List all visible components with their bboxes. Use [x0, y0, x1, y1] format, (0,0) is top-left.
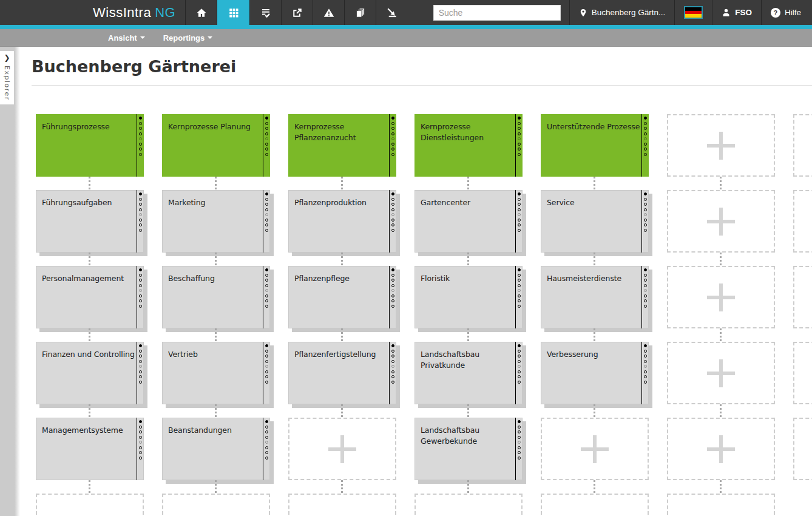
process-box[interactable]: Landschaftsbau Gewerbekunde	[414, 418, 523, 480]
process-group-box[interactable]: Unterstützende Prozesse	[541, 114, 649, 177]
status-dot-icon	[644, 219, 647, 222]
process-box[interactable]: Führungsaufgaben	[36, 190, 144, 253]
status-dot-icon	[644, 350, 647, 353]
help-menu[interactable]: ? Hilfe	[761, 0, 812, 25]
status-dot-icon	[518, 203, 521, 206]
status-dot-icon	[518, 350, 521, 353]
user-menu[interactable]: FSO	[712, 0, 761, 25]
menu-ansicht[interactable]: Ansicht	[108, 33, 145, 42]
status-dot-icon	[518, 122, 521, 125]
process-label: Führungsaufgaben	[42, 197, 135, 208]
process-label: Landschaftsbau Privatkunde	[421, 349, 514, 370]
add-process-placeholder[interactable]	[667, 266, 775, 328]
process-label: Floristik	[421, 273, 514, 284]
process-group-box[interactable]: Führungsprozesse	[36, 114, 144, 177]
nav-documents-button[interactable]	[344, 0, 376, 25]
status-dots-column	[263, 114, 270, 177]
location-selector[interactable]: Buchenberg Gärtn...	[569, 0, 675, 25]
add-process-placeholder[interactable]	[667, 418, 775, 480]
help-label: Hilfe	[785, 8, 801, 17]
process-group-box[interactable]: Kernprozesse Planung	[162, 114, 270, 177]
process-box[interactable]: Beschaffung	[162, 266, 270, 328]
status-dot-icon	[518, 381, 521, 384]
plus-icon	[707, 435, 735, 463]
process-box[interactable]: Marketing	[162, 190, 270, 253]
status-dot-icon	[139, 457, 142, 460]
add-process-placeholder[interactable]	[667, 342, 775, 404]
nav-home-button[interactable]	[185, 0, 217, 25]
process-group-box[interactable]: Kernprozesse Dienstleistungen	[414, 114, 523, 177]
status-dot-icon	[391, 350, 394, 353]
status-dots-column	[137, 418, 144, 480]
add-process-placeholder[interactable]	[667, 190, 775, 253]
process-box[interactable]: Vertrieb	[162, 342, 270, 404]
connector-dotted-line	[89, 328, 90, 342]
status-dot-icon	[644, 117, 647, 120]
connector-dotted-line	[594, 177, 595, 190]
status-dot-icon	[391, 299, 394, 302]
process-box[interactable]: Service	[541, 190, 649, 253]
status-dot-icon	[644, 208, 647, 211]
status-dot-icon	[644, 305, 647, 308]
language-selector[interactable]	[674, 0, 712, 25]
connector-dotted-line	[215, 328, 217, 342]
status-dot-icon	[644, 198, 647, 201]
process-box[interactable]: Landschaftsbau Privatkunde	[414, 342, 523, 404]
status-dot-icon	[265, 219, 268, 222]
process-box[interactable]: Floristik	[414, 266, 523, 328]
status-dot-icon	[644, 289, 647, 292]
status-dot-icon	[139, 229, 142, 232]
status-dot-icon	[265, 299, 268, 302]
status-dot-icon	[518, 289, 521, 292]
chevron-right-icon: ❯	[4, 54, 10, 61]
location-label: Buchenberg Gärtn...	[592, 8, 666, 17]
process-box[interactable]: Hausmeisterdienste	[541, 266, 649, 328]
nav-process-map-button[interactable]	[217, 0, 249, 25]
status-dot-icon	[518, 294, 521, 297]
process-box[interactable]: Verbesserung	[541, 342, 649, 404]
process-group-box[interactable]: Kernprozesse Pflanzenanzucht	[288, 114, 396, 177]
status-dot-icon	[265, 274, 268, 277]
empty-slot-placeholder	[793, 342, 812, 404]
process-box[interactable]: Pflanzenpflege	[288, 266, 396, 328]
status-dot-icon	[265, 375, 268, 378]
status-dot-icon	[265, 381, 268, 384]
process-box[interactable]: Pflanzenproduktion	[288, 190, 396, 253]
connector-dotted-line	[720, 404, 722, 418]
status-dot-icon	[391, 344, 394, 347]
status-dot-icon	[518, 143, 521, 146]
process-box[interactable]: Finanzen und Controlling	[36, 342, 144, 404]
nav-warnings-button[interactable]	[313, 0, 344, 25]
empty-slot-placeholder	[667, 494, 775, 516]
menu-reportings[interactable]: Reportings	[163, 33, 213, 42]
explorer-toggle[interactable]: ❯ Explorer	[0, 51, 14, 104]
status-dot-icon	[391, 274, 394, 277]
title-divider	[32, 85, 812, 86]
process-box[interactable]: Gartencenter	[414, 190, 523, 253]
status-dot-icon	[644, 279, 647, 282]
process-box[interactable]: Personalmanagement	[36, 266, 144, 328]
add-process-placeholder[interactable]	[541, 418, 649, 480]
status-dot-icon	[139, 436, 142, 439]
nav-tasks-button[interactable]	[249, 0, 281, 25]
status-dot-icon	[139, 381, 142, 384]
add-process-placeholder[interactable]	[288, 418, 396, 480]
status-dot-icon	[265, 294, 268, 297]
process-label: Finanzen und Controlling	[42, 349, 135, 360]
import-icon	[387, 7, 398, 18]
process-box[interactable]: Beanstandungen	[162, 418, 270, 480]
plus-icon	[328, 435, 356, 463]
status-dot-icon	[391, 137, 394, 140]
status-dot-icon	[265, 360, 268, 363]
add-process-placeholder[interactable]	[667, 114, 775, 177]
status-dot-icon	[644, 365, 647, 368]
process-box[interactable]: Pflanzenfertigstellung	[288, 342, 396, 404]
status-dots-column	[515, 342, 523, 404]
nav-import-button[interactable]	[376, 0, 407, 25]
process-label: Unterstützende Prozesse	[547, 121, 640, 132]
search-input[interactable]	[433, 5, 561, 21]
empty-slot-placeholder	[36, 494, 144, 516]
process-box[interactable]: Managementsysteme	[36, 418, 144, 480]
status-dot-icon	[139, 451, 142, 454]
nav-open-external-button[interactable]	[281, 0, 313, 25]
